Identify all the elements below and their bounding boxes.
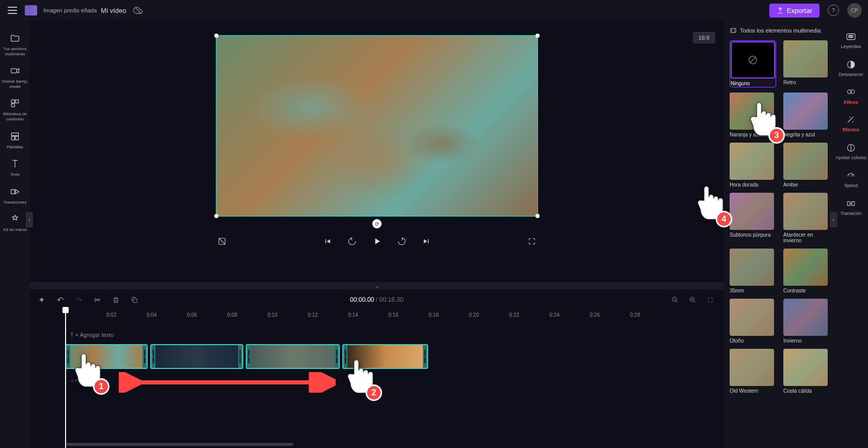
svg-line-14 — [676, 301, 677, 302]
text-track[interactable]: T + Agregar texto — [65, 329, 723, 341]
tab-filters[interactable]: Filtros — [834, 84, 868, 109]
video-title[interactable]: Mi vídeo — [101, 7, 126, 14]
annotation-arrow — [119, 372, 336, 393]
ruler-tick: 0:18 — [429, 312, 438, 318]
tab-fade[interactable]: Desvanecer — [834, 56, 868, 81]
sidebar-item-templates[interactable]: Plantillas — [0, 127, 30, 153]
rotate-handle-icon[interactable]: ⟳ — [372, 219, 382, 228]
sidebar-item-transitions[interactable]: Transiciones — [0, 182, 30, 208]
clip-grip-right[interactable] — [143, 345, 147, 368]
redo-button[interactable]: ↷ — [73, 295, 84, 305]
sidebar-item-media[interactable]: Tus archivos multimedia — [0, 29, 30, 59]
split-button[interactable]: ✂ — [92, 295, 102, 305]
zoom-out-button[interactable] — [670, 295, 680, 305]
ruler-tick: 0:28 — [630, 312, 640, 318]
svg-line-18 — [693, 301, 695, 302]
svg-line-0 — [135, 8, 141, 14]
none-icon — [748, 55, 758, 65]
filter-item-otoño[interactable]: Otoño — [730, 299, 776, 344]
crop-icon[interactable] — [216, 235, 228, 248]
magic-tool-icon[interactable]: ✦ — [36, 295, 46, 305]
menu-hamburger[interactable] — [6, 4, 19, 17]
filter-item-costa-cálida[interactable]: Costa cálida — [783, 349, 828, 394]
svg-rect-5 — [11, 133, 18, 135]
filter-label: Retro — [783, 80, 828, 85]
ruler-tick: 0:20 — [469, 312, 479, 318]
svg-rect-4 — [11, 104, 14, 107]
fade-icon — [845, 59, 857, 70]
help-icon[interactable]: ? — [828, 5, 839, 16]
filter-item-hora-dorada[interactable]: Hora dorada — [730, 143, 776, 188]
forward-button[interactable] — [396, 235, 408, 248]
clip-grip-left[interactable] — [66, 345, 70, 368]
chevron-down-icon: ⌄ — [375, 283, 379, 289]
project-title: Imagen predis eñada Mi vídeo — [43, 7, 127, 14]
delete-button[interactable] — [111, 295, 121, 305]
video-preview[interactable]: ⟳ — [216, 35, 538, 217]
tab-transition[interactable]: Transición — [834, 195, 868, 220]
timeline-clip[interactable] — [246, 344, 340, 369]
playhead[interactable] — [65, 310, 66, 448]
timeline-panel: ✦ ↶ ↷ ✂ 00:00.00 / 00:18.30 0:020:040:06… — [30, 289, 723, 448]
filter-item-subtonos-púrpura[interactable]: Subtonos púrpura — [730, 193, 776, 243]
left-sidebar: Tus archivos multimedia Grabar &amp; cre… — [0, 21, 30, 448]
undo-button[interactable]: ↶ — [55, 295, 65, 305]
right-expand-icon[interactable]: ‹ — [830, 212, 837, 227]
filter-item-atardecer-en-invierno[interactable]: Atardecer en invierno — [783, 193, 828, 243]
clip-grip-left[interactable] — [343, 345, 348, 368]
clip-grip-right[interactable] — [335, 345, 339, 368]
fullscreen-icon[interactable] — [526, 235, 538, 248]
clip-grip-left[interactable] — [247, 345, 251, 368]
sidebar-item-record[interactable]: Grabar &amp; create — [0, 61, 30, 92]
tab-effects[interactable]: Efectos — [834, 111, 868, 136]
sidebar-item-library[interactable]: Biblioteca de contenido — [0, 94, 30, 125]
ruler-tick: 0:16 — [388, 312, 398, 318]
zoom-in-button[interactable] — [687, 295, 698, 305]
camera-icon — [9, 65, 21, 77]
tab-captions[interactable]: CC Leyendas — [834, 28, 868, 53]
export-button[interactable]: Exportar — [769, 4, 819, 18]
skip-back-button[interactable] — [321, 235, 334, 248]
aspect-ratio-button[interactable]: 16:9 — [693, 32, 715, 43]
clip-grip-left[interactable] — [151, 345, 155, 368]
filter-label: Subtonos púrpura — [730, 232, 776, 238]
svg-rect-6 — [11, 136, 14, 140]
ruler-tick: 0:02 — [106, 312, 116, 318]
duplicate-button[interactable] — [129, 295, 139, 305]
filter-item-invierno[interactable]: Invierno — [783, 299, 828, 344]
tab-speed[interactable]: Speed — [834, 167, 868, 192]
svg-line-10 — [219, 238, 225, 244]
clip-grip-right[interactable] — [238, 345, 242, 368]
collapse-preview-button[interactable]: ⌄ — [30, 282, 723, 289]
play-button[interactable] — [371, 235, 383, 248]
svg-rect-19 — [731, 28, 736, 33]
filter-item-old-western[interactable]: Old Western — [730, 349, 776, 394]
filter-item-ambie[interactable]: Ambie — [783, 143, 828, 188]
timeline-clip[interactable] — [65, 344, 148, 369]
skip-forward-button[interactable] — [420, 235, 433, 248]
clip-grip-right[interactable] — [423, 345, 427, 368]
filter-label: 35mm — [730, 288, 776, 293]
filter-item-35mm[interactable]: 35mm — [730, 249, 776, 293]
timeline-scrollbar[interactable] — [66, 443, 293, 446]
media-icon — [730, 27, 737, 34]
filter-label: Ninguno — [731, 81, 775, 86]
sidebar-item-text[interactable]: Texto — [0, 155, 30, 180]
clip-track — [65, 344, 723, 369]
filter-item-contraste[interactable]: Contraste — [783, 249, 828, 293]
filter-item-retro[interactable]: Retro — [783, 40, 828, 87]
fit-zoom-button[interactable] — [705, 295, 715, 305]
timeline-timecode: 00:00.00 / 00:18.30 — [350, 296, 403, 303]
timeline-clip[interactable] — [342, 344, 428, 369]
filter-item-naranja-y-azulado[interactable]: Naranja y azulado — [730, 92, 776, 137]
rewind-button[interactable] — [346, 235, 358, 248]
filters-panel: Todos los elementos multimedia NingunoRe… — [723, 21, 834, 448]
timeline-clip[interactable] — [150, 344, 243, 369]
filter-item-ninguno[interactable]: Ninguno — [730, 40, 776, 87]
filter-item-negrita-y-azul[interactable]: Negrita y azul — [783, 92, 828, 137]
svg-line-23 — [750, 57, 755, 63]
timeline-ruler[interactable]: 0:020:040:060:080:100:120:140:160:180:20… — [65, 310, 723, 323]
tab-adjust-colors[interactable]: Ajustar colores — [834, 139, 868, 164]
user-avatar[interactable]: CP — [847, 3, 862, 18]
svg-text:CC: CC — [848, 35, 854, 38]
